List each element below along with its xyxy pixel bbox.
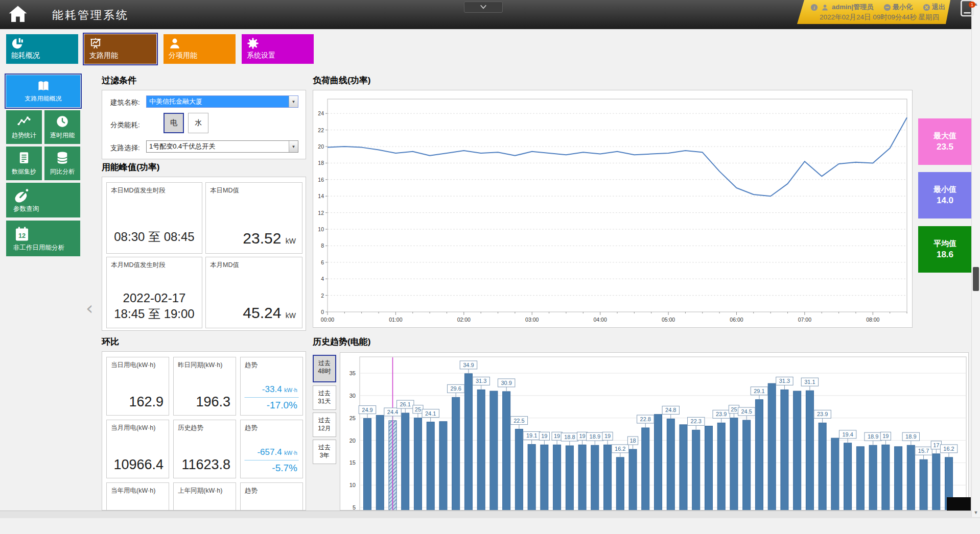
minimize-button[interactable]: 最小化 [883,3,913,12]
huanbi-card-value: 162.9 [129,394,164,410]
peak-card-unit: kW [286,311,296,320]
svg-text:31.3: 31.3 [779,378,790,384]
svg-text:35: 35 [349,370,356,376]
dropdown-arrow-icon[interactable]: ▼ [289,96,298,107]
scrollbar-thumb[interactable] [973,267,979,291]
sidebar-item-同比分析[interactable]: 同比分析 [44,147,80,180]
branch-select[interactable]: 1号配变0.4千伏总开关 ▼ [146,140,298,153]
range-button-过去48时[interactable]: 过去48时 [313,355,336,382]
svg-text:16.2: 16.2 [943,446,954,452]
stat-card-label: 最小值 [934,185,956,195]
sidebar-item-逐时用能[interactable]: 逐时用能 [44,110,80,144]
user-name: admin|管理员 [832,3,873,12]
nav-tile-能耗概况[interactable]: 能耗概况 [6,34,78,64]
load-curve-svg: 02468101214161820222400:0001:0002:0003:0… [313,90,912,327]
huanbi-trend-card: 趋势-33.4 kW·h-17.0% [240,357,303,416]
svg-text:10: 10 [318,226,324,232]
svg-text:6: 6 [321,259,324,265]
svg-text:15: 15 [349,459,356,466]
svg-text:19: 19 [554,433,560,439]
sidebar-item-label: 趋势统计 [6,131,42,140]
range-button-过去3年[interactable]: 过去3年 [313,440,336,464]
huanbi-section-title: 环比 [102,336,119,348]
sidebar-item-趋势统计[interactable]: 趋势统计 [6,110,42,144]
svg-text:18.9: 18.9 [905,433,916,440]
svg-text:01:00: 01:00 [389,317,402,323]
huanbi-card: 上年同期(kW·h) [173,482,236,511]
sidebar-item-label: 非工作日用能分析 [13,244,64,252]
sidebar-collapse-handle[interactable]: ‹ [86,298,93,319]
notification-badge: 1 [969,2,975,8]
svg-text:12: 12 [18,232,26,239]
sidebar-item-支路用能概况[interactable]: 支路用能概况 [6,75,80,107]
svg-text:24.9: 24.9 [362,407,372,413]
sidebar-item-非工作日用能分析[interactable]: 12非工作日用能分析 [6,221,80,256]
notification-center-button[interactable]: 1 [957,0,977,16]
huanbi-card: 历史趋势11623.8 [173,420,236,478]
huanbi-card-value: 196.3 [196,394,230,410]
category-button-水[interactable]: 水 [188,113,208,133]
svg-text:18.9: 18.9 [868,433,878,440]
stat-card-value: 23.5 [937,142,953,152]
app-title: 能耗管理系统 [52,8,129,23]
satellite-dish-icon [13,187,31,205]
database-icon [55,151,69,165]
trend-delta-value: -657.4 kW·h [257,447,297,457]
huanbi-trend-card: 趋势 [240,482,303,511]
svg-text:19: 19 [579,433,585,439]
svg-text:16: 16 [318,177,324,183]
page-bottom-strip [0,511,980,518]
svg-text:30.9: 30.9 [501,380,511,386]
presentation-chart-icon [89,37,102,50]
datetime-display: 2022年02月24日 09时09分44秒 星期四 [820,13,939,22]
stat-card-label: 最大值 [934,131,956,141]
close-icon [923,4,930,11]
building-select[interactable]: 中美信托金融大厦 ▼ [146,95,298,108]
range-button-过去31天[interactable]: 过去31天 [313,385,336,410]
info-icon[interactable]: i [810,4,818,11]
nav-tile-label: 分项用能 [169,51,197,60]
svg-text:18: 18 [629,438,636,444]
nav-tile-支路用能[interactable]: 支路用能 [84,34,156,64]
trend-divider [245,460,298,460]
svg-text:02:00: 02:00 [457,317,471,323]
vertical-scrollbar[interactable]: ▲ ▼ [971,0,980,517]
sidebar-item-参数查询[interactable]: 参数查询 [6,183,80,217]
svg-text:26.1: 26.1 [400,401,411,407]
user-badge: i admin|管理员 最小化 退出 2022年02月24日 09时09分44秒… [797,0,950,24]
nav-tile-分项用能[interactable]: 分项用能 [164,34,236,64]
scroll-down-arrow[interactable]: ▼ [972,508,980,517]
logout-button[interactable]: 退出 [923,3,945,12]
svg-text:31.1: 31.1 [804,379,815,385]
svg-text:24.8: 24.8 [665,407,676,413]
dropdown-arrow-icon[interactable]: ▼ [289,141,298,152]
svg-text:03:00: 03:00 [525,317,539,323]
svg-text:19.1: 19.1 [526,432,537,439]
huanbi-card: 昨日同期(kW·h)196.3 [173,357,236,416]
peak-section-title: 用能峰值(功率) [102,161,159,173]
stat-card-label: 平均值 [934,239,956,249]
svg-text:19: 19 [604,433,611,439]
peak-card-value: 08:30 至 08:45 [107,229,202,245]
sidebar-item-数据集抄[interactable]: 数据集抄 [6,147,42,180]
nav-tile-系统设置[interactable]: 系统设置 [242,34,314,64]
building-selected-value: 中美信托金融大厦 [147,96,289,107]
huanbi-panel: 当日用电(kW·h)162.9昨日同期(kW·h)196.3趋势-33.4 kW… [102,351,306,511]
svg-text:24: 24 [318,110,324,116]
svg-text:24.1: 24.1 [425,410,436,417]
svg-text:18: 18 [318,160,324,166]
svg-text:5: 5 [353,504,356,511]
huanbi-card-value: 10966.4 [113,457,164,473]
home-icon[interactable] [7,4,29,25]
svg-text:06:00: 06:00 [730,317,743,323]
huanbi-card: 当年用电(kW·h) [106,482,169,511]
range-button-过去12月[interactable]: 过去12月 [313,412,336,437]
category-button-电[interactable]: 电 [164,113,184,133]
svg-text:17: 17 [933,442,939,448]
peak-card: 本日MD值23.52 kW [205,182,302,254]
history-trend-title: 历史趋势(电能) [313,336,370,348]
nav-tile-label: 能耗概况 [11,51,40,60]
huanbi-card-label: 趋势 [245,361,258,370]
huanbi-card-label: 趋势 [245,487,258,495]
header-collapse-tab[interactable] [464,2,503,13]
